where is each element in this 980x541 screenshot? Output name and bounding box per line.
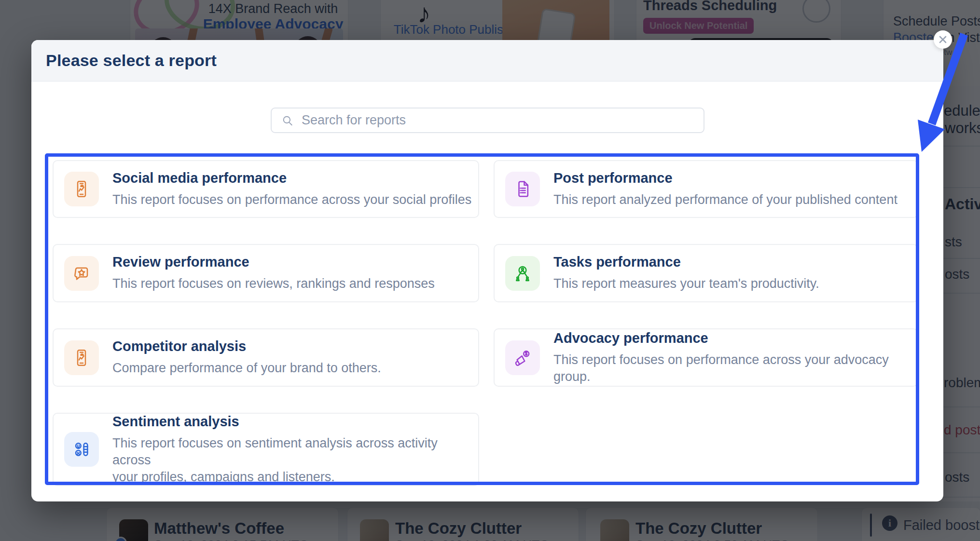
review-star-bubble-icon bbox=[72, 264, 91, 283]
report-title: Social media performance bbox=[112, 170, 471, 186]
megaphone-dollar-icon bbox=[513, 348, 532, 367]
report-option-competitor-analysis[interactable]: Competitor analysis Compare performance … bbox=[53, 328, 479, 387]
report-description: This report focuses on reviews, rankings… bbox=[112, 275, 435, 292]
modal-title: Please select a report bbox=[46, 51, 217, 70]
report-option-tasks-performance[interactable]: Tasks performance This report measures y… bbox=[494, 244, 918, 302]
report-icon-tile bbox=[64, 340, 99, 375]
report-description: This report focuses on performance acros… bbox=[553, 352, 917, 385]
report-title: Review performance bbox=[112, 254, 435, 270]
document-icon bbox=[513, 179, 532, 199]
report-search-box[interactable] bbox=[271, 108, 704, 133]
report-option-social-media-performance[interactable]: Social media performance This report foc… bbox=[53, 160, 479, 218]
report-description: This report measures your team's product… bbox=[553, 275, 819, 292]
report-description: This report focuses on performance acros… bbox=[112, 191, 471, 208]
close-button[interactable] bbox=[934, 30, 952, 49]
report-icon-tile bbox=[505, 256, 540, 291]
report-icon-tile bbox=[64, 172, 99, 206]
report-title: Sentiment analysis bbox=[112, 414, 478, 430]
report-title: Post performance bbox=[553, 170, 897, 186]
report-description: Compare performance of your brand to oth… bbox=[112, 360, 381, 377]
phone-chart-icon bbox=[72, 179, 91, 199]
search-input[interactable] bbox=[301, 112, 697, 128]
report-description: This report analyzed performance of your… bbox=[553, 191, 897, 208]
report-option-review-performance[interactable]: Review performance This report focuses o… bbox=[53, 244, 479, 302]
sentiment-faces-icon bbox=[72, 440, 91, 459]
report-option-advocacy-performance[interactable]: Advocacy performance This report focuses… bbox=[494, 328, 918, 387]
report-description: This report focuses on sentiment analysi… bbox=[112, 435, 478, 486]
report-title: Competitor analysis bbox=[112, 338, 381, 354]
report-icon-tile bbox=[64, 432, 99, 467]
select-report-modal: Please select a report Social media perf… bbox=[31, 40, 943, 501]
report-icon-tile bbox=[505, 340, 540, 375]
report-title: Tasks performance bbox=[553, 254, 819, 270]
report-title: Advocacy performance bbox=[553, 330, 917, 346]
report-icon-tile bbox=[64, 256, 99, 291]
phone-chart-icon bbox=[72, 348, 91, 367]
report-icon-tile bbox=[505, 172, 540, 206]
report-option-sentiment-analysis[interactable]: Sentiment analysis This report focuses o… bbox=[53, 413, 479, 486]
close-icon bbox=[939, 35, 947, 44]
modal-header: Please select a report bbox=[31, 40, 943, 81]
search-icon bbox=[281, 114, 294, 127]
team-icon bbox=[513, 264, 532, 283]
report-option-post-performance[interactable]: Post performance This report analyzed pe… bbox=[494, 160, 918, 218]
